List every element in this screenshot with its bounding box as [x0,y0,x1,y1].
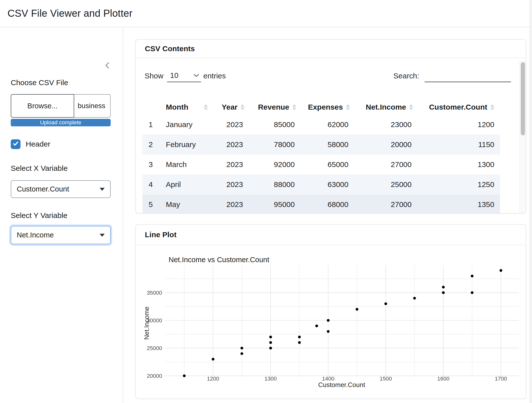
table-cell: February [160,135,208,155]
chevron-down-icon [194,74,199,78]
svg-text:1600: 1600 [437,376,450,382]
table-cell: March [160,155,208,175]
header-checkbox-row[interactable]: Header [11,139,50,149]
column-header[interactable]: Net.Income [350,100,413,115]
table-cell: 65000 [296,155,350,175]
svg-text:25000: 25000 [147,345,162,351]
column-header[interactable]: Revenue [245,100,296,115]
table-cell: 2023 [208,195,245,213]
scatter-plot: 2000025000300003500012001300140015001600… [136,245,526,399]
table-cell: January [160,115,208,135]
sort-icon [292,104,296,110]
column-header[interactable]: Customer.Count [413,100,500,115]
upload-progress-bar: Upload complete [11,119,111,126]
table-cell: 92000 [245,155,296,175]
page-length-value: 10 [170,71,178,80]
table-row: 2February20237800058000200001150 [142,135,500,155]
column-header [142,100,160,115]
table-cell: 1150 [413,135,500,155]
page-scrollbar[interactable] [530,0,532,403]
svg-text:Customer.Count: Customer.Count [318,381,365,389]
caret-down-icon [100,234,105,237]
csv-contents-card: CSV Contents Show 10 entries Search: Mon… [135,39,526,213]
table-cell: 2023 [208,115,245,135]
table-cell: 95000 [245,195,296,213]
y-select-value: Net.Income [17,231,54,239]
table-row: 3March20239200065000270001300 [142,155,500,175]
chevron-left-icon [105,62,110,69]
table-cell: 1 [142,115,160,135]
table-scrollbar-thumb[interactable] [521,62,525,135]
table-cell: 2023 [208,155,245,175]
upload-progress-text: Upload complete [40,119,81,126]
svg-text:1200: 1200 [207,376,219,382]
search-input[interactable] [425,70,511,82]
table-cell: 1250 [413,175,500,195]
table-scrollbar-track[interactable] [520,61,526,213]
line-plot-title: Line Plot [145,230,177,239]
svg-text:1300: 1300 [265,376,277,382]
sort-icon [204,104,208,110]
column-header-label: Customer.Count [429,103,487,111]
column-header-label: Month [166,103,188,111]
column-header[interactable]: Year [208,100,245,115]
x-select-label: Select X Variable [11,164,68,173]
table-cell: 1200 [413,115,500,135]
column-header-label: Year [222,103,238,111]
table-cell: 5 [142,195,160,213]
y-select-label: Select Y Variable [11,211,67,220]
browse-button[interactable]: Browse... [11,94,74,118]
entries-label: entries [203,72,226,80]
x-select-value: Customer.Count [17,185,69,193]
header-checkbox[interactable] [11,139,20,149]
table-cell: 88000 [245,175,296,195]
show-label: Show [145,72,163,80]
column-header-label: Net.Income [366,103,406,111]
table-header: MonthYearRevenueExpensesNet.IncomeCustom… [142,100,500,115]
sort-icon [409,104,413,110]
table-cell: 63000 [296,175,350,195]
column-header-label: Revenue [258,103,289,111]
table-cell: 68000 [296,195,350,213]
csv-table: MonthYearRevenueExpensesNet.IncomeCustom… [142,100,500,213]
column-header[interactable]: Month [160,100,208,115]
y-variable-select[interactable]: Net.Income [11,226,111,244]
table-row: 1January20238500062000230001200 [142,115,500,135]
app-page: CSV File Viewer and Plotter Choose CSV F… [0,0,532,403]
table-cell: 27000 [350,155,413,175]
sort-icon [241,104,245,110]
line-plot-header: Line Plot [136,225,526,245]
table-cell: 78000 [245,135,296,155]
page-length-select[interactable]: 10 [167,70,201,82]
table-row: 4April20238800063000250001250 [142,175,500,195]
sidebar-collapse-button[interactable] [102,60,113,71]
csv-contents-header: CSV Contents [136,40,526,58]
sidebar: Choose CSV File Browse... business Uploa… [0,27,123,403]
table-cell: May [160,195,208,213]
table-cell: 58000 [296,135,350,155]
search-label: Search: [393,72,419,80]
svg-text:35000: 35000 [147,290,162,296]
svg-text:Net.Income vs Customer.Count: Net.Income vs Customer.Count [169,256,269,264]
table-cell: 1350 [413,195,500,213]
file-input-label: Choose CSV File [11,78,68,87]
table-cell: 23000 [350,115,413,135]
sort-icon [346,104,350,110]
svg-text:1500: 1500 [380,376,392,382]
table-cell: 2 [142,135,160,155]
table-cell: 2023 [208,135,245,155]
column-header-label: Expenses [308,103,343,111]
check-icon [12,140,19,148]
filename-field[interactable]: business [74,94,111,118]
column-header[interactable]: Expenses [296,100,350,115]
svg-text:Net.Income: Net.Income [143,307,150,340]
table-cell: 1300 [413,155,500,175]
top-bar: CSV File Viewer and Plotter [0,0,532,27]
svg-text:20000: 20000 [147,373,162,379]
page-title: CSV File Viewer and Plotter [7,8,132,19]
header-checkbox-label: Header [26,140,50,148]
table-cell: April [160,175,208,195]
svg-text:1700: 1700 [495,376,507,382]
table-cell: 20000 [350,135,413,155]
x-variable-select[interactable]: Customer.Count [11,180,111,198]
